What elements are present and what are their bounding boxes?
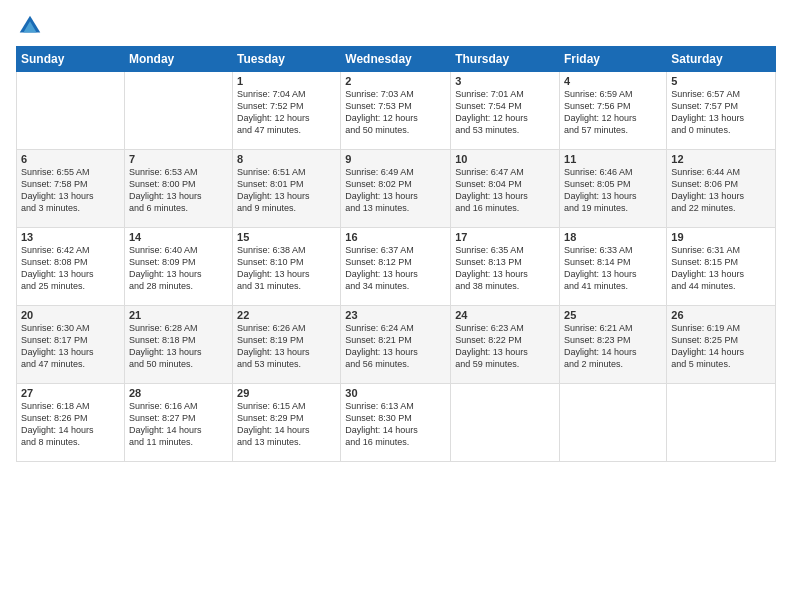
weekday-header-saturday: Saturday (667, 47, 776, 72)
day-number: 7 (129, 153, 228, 165)
calendar-cell: 2Sunrise: 7:03 AM Sunset: 7:53 PM Daylig… (341, 72, 451, 150)
day-number: 3 (455, 75, 555, 87)
calendar-week-row: 27Sunrise: 6:18 AM Sunset: 8:26 PM Dayli… (17, 384, 776, 462)
day-number: 22 (237, 309, 336, 321)
calendar-week-row: 6Sunrise: 6:55 AM Sunset: 7:58 PM Daylig… (17, 150, 776, 228)
day-info: Sunrise: 6:44 AM Sunset: 8:06 PM Dayligh… (671, 166, 771, 215)
weekday-header-row: SundayMondayTuesdayWednesdayThursdayFrid… (17, 47, 776, 72)
day-info: Sunrise: 6:37 AM Sunset: 8:12 PM Dayligh… (345, 244, 446, 293)
day-info: Sunrise: 6:30 AM Sunset: 8:17 PM Dayligh… (21, 322, 120, 371)
calendar-cell (17, 72, 125, 150)
calendar-cell (560, 384, 667, 462)
day-number: 21 (129, 309, 228, 321)
day-info: Sunrise: 6:59 AM Sunset: 7:56 PM Dayligh… (564, 88, 662, 137)
calendar-cell (451, 384, 560, 462)
weekday-header-monday: Monday (124, 47, 232, 72)
day-info: Sunrise: 7:04 AM Sunset: 7:52 PM Dayligh… (237, 88, 336, 137)
day-number: 12 (671, 153, 771, 165)
day-number: 30 (345, 387, 446, 399)
calendar-cell: 27Sunrise: 6:18 AM Sunset: 8:26 PM Dayli… (17, 384, 125, 462)
calendar-cell: 11Sunrise: 6:46 AM Sunset: 8:05 PM Dayli… (560, 150, 667, 228)
day-info: Sunrise: 7:01 AM Sunset: 7:54 PM Dayligh… (455, 88, 555, 137)
day-info: Sunrise: 6:15 AM Sunset: 8:29 PM Dayligh… (237, 400, 336, 449)
calendar-cell (124, 72, 232, 150)
day-info: Sunrise: 6:28 AM Sunset: 8:18 PM Dayligh… (129, 322, 228, 371)
day-info: Sunrise: 6:35 AM Sunset: 8:13 PM Dayligh… (455, 244, 555, 293)
calendar-cell: 17Sunrise: 6:35 AM Sunset: 8:13 PM Dayli… (451, 228, 560, 306)
calendar-cell: 8Sunrise: 6:51 AM Sunset: 8:01 PM Daylig… (233, 150, 341, 228)
calendar-cell: 29Sunrise: 6:15 AM Sunset: 8:29 PM Dayli… (233, 384, 341, 462)
day-number: 10 (455, 153, 555, 165)
day-number: 25 (564, 309, 662, 321)
calendar-week-row: 13Sunrise: 6:42 AM Sunset: 8:08 PM Dayli… (17, 228, 776, 306)
weekday-header-thursday: Thursday (451, 47, 560, 72)
page-container: SundayMondayTuesdayWednesdayThursdayFrid… (0, 0, 792, 612)
calendar-cell (667, 384, 776, 462)
calendar-cell: 21Sunrise: 6:28 AM Sunset: 8:18 PM Dayli… (124, 306, 232, 384)
day-info: Sunrise: 6:47 AM Sunset: 8:04 PM Dayligh… (455, 166, 555, 215)
calendar-body: 1Sunrise: 7:04 AM Sunset: 7:52 PM Daylig… (17, 72, 776, 462)
day-number: 20 (21, 309, 120, 321)
calendar-cell: 5Sunrise: 6:57 AM Sunset: 7:57 PM Daylig… (667, 72, 776, 150)
day-number: 18 (564, 231, 662, 243)
day-number: 16 (345, 231, 446, 243)
calendar-cell: 15Sunrise: 6:38 AM Sunset: 8:10 PM Dayli… (233, 228, 341, 306)
day-info: Sunrise: 6:42 AM Sunset: 8:08 PM Dayligh… (21, 244, 120, 293)
calendar-cell: 25Sunrise: 6:21 AM Sunset: 8:23 PM Dayli… (560, 306, 667, 384)
calendar-cell: 4Sunrise: 6:59 AM Sunset: 7:56 PM Daylig… (560, 72, 667, 150)
day-info: Sunrise: 6:57 AM Sunset: 7:57 PM Dayligh… (671, 88, 771, 137)
day-info: Sunrise: 6:19 AM Sunset: 8:25 PM Dayligh… (671, 322, 771, 371)
day-number: 14 (129, 231, 228, 243)
calendar-cell: 6Sunrise: 6:55 AM Sunset: 7:58 PM Daylig… (17, 150, 125, 228)
day-number: 17 (455, 231, 555, 243)
calendar-cell: 9Sunrise: 6:49 AM Sunset: 8:02 PM Daylig… (341, 150, 451, 228)
day-number: 11 (564, 153, 662, 165)
day-info: Sunrise: 6:16 AM Sunset: 8:27 PM Dayligh… (129, 400, 228, 449)
logo-icon (16, 12, 44, 40)
calendar-table: SundayMondayTuesdayWednesdayThursdayFrid… (16, 46, 776, 462)
logo (16, 12, 47, 40)
day-number: 4 (564, 75, 662, 87)
calendar-cell: 20Sunrise: 6:30 AM Sunset: 8:17 PM Dayli… (17, 306, 125, 384)
calendar-cell: 30Sunrise: 6:13 AM Sunset: 8:30 PM Dayli… (341, 384, 451, 462)
day-number: 27 (21, 387, 120, 399)
page-header (16, 12, 776, 40)
day-info: Sunrise: 6:55 AM Sunset: 7:58 PM Dayligh… (21, 166, 120, 215)
calendar-cell: 16Sunrise: 6:37 AM Sunset: 8:12 PM Dayli… (341, 228, 451, 306)
day-number: 19 (671, 231, 771, 243)
calendar-cell: 22Sunrise: 6:26 AM Sunset: 8:19 PM Dayli… (233, 306, 341, 384)
weekday-header-tuesday: Tuesday (233, 47, 341, 72)
calendar-cell: 14Sunrise: 6:40 AM Sunset: 8:09 PM Dayli… (124, 228, 232, 306)
weekday-header-sunday: Sunday (17, 47, 125, 72)
day-number: 15 (237, 231, 336, 243)
day-info: Sunrise: 6:46 AM Sunset: 8:05 PM Dayligh… (564, 166, 662, 215)
calendar-cell: 24Sunrise: 6:23 AM Sunset: 8:22 PM Dayli… (451, 306, 560, 384)
day-info: Sunrise: 6:26 AM Sunset: 8:19 PM Dayligh… (237, 322, 336, 371)
day-info: Sunrise: 6:13 AM Sunset: 8:30 PM Dayligh… (345, 400, 446, 449)
day-number: 8 (237, 153, 336, 165)
day-number: 24 (455, 309, 555, 321)
weekday-header-wednesday: Wednesday (341, 47, 451, 72)
day-number: 5 (671, 75, 771, 87)
day-info: Sunrise: 6:21 AM Sunset: 8:23 PM Dayligh… (564, 322, 662, 371)
day-info: Sunrise: 6:38 AM Sunset: 8:10 PM Dayligh… (237, 244, 336, 293)
calendar-cell: 26Sunrise: 6:19 AM Sunset: 8:25 PM Dayli… (667, 306, 776, 384)
calendar-cell: 19Sunrise: 6:31 AM Sunset: 8:15 PM Dayli… (667, 228, 776, 306)
day-info: Sunrise: 6:51 AM Sunset: 8:01 PM Dayligh… (237, 166, 336, 215)
day-number: 2 (345, 75, 446, 87)
day-info: Sunrise: 7:03 AM Sunset: 7:53 PM Dayligh… (345, 88, 446, 137)
calendar-cell: 7Sunrise: 6:53 AM Sunset: 8:00 PM Daylig… (124, 150, 232, 228)
day-number: 13 (21, 231, 120, 243)
day-number: 29 (237, 387, 336, 399)
day-number: 28 (129, 387, 228, 399)
weekday-header-friday: Friday (560, 47, 667, 72)
calendar-week-row: 20Sunrise: 6:30 AM Sunset: 8:17 PM Dayli… (17, 306, 776, 384)
calendar-cell: 3Sunrise: 7:01 AM Sunset: 7:54 PM Daylig… (451, 72, 560, 150)
calendar-cell: 28Sunrise: 6:16 AM Sunset: 8:27 PM Dayli… (124, 384, 232, 462)
calendar-cell: 10Sunrise: 6:47 AM Sunset: 8:04 PM Dayli… (451, 150, 560, 228)
day-info: Sunrise: 6:53 AM Sunset: 8:00 PM Dayligh… (129, 166, 228, 215)
day-number: 6 (21, 153, 120, 165)
calendar-week-row: 1Sunrise: 7:04 AM Sunset: 7:52 PM Daylig… (17, 72, 776, 150)
calendar-cell: 23Sunrise: 6:24 AM Sunset: 8:21 PM Dayli… (341, 306, 451, 384)
day-info: Sunrise: 6:18 AM Sunset: 8:26 PM Dayligh… (21, 400, 120, 449)
